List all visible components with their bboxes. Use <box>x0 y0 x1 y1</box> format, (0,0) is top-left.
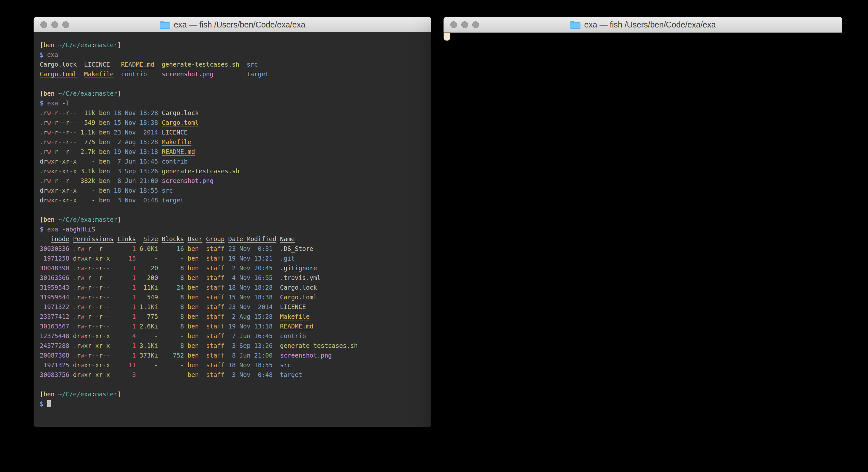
terminal-content[interactable]: [ben ~/C/e/exa:master]$ exa --long --gri… <box>443 32 450 41</box>
terminal-text: master <box>95 90 118 97</box>
terminal-text <box>69 255 73 262</box>
terminal-content[interactable]: [ben ~/C/e/exa:master]$ exaCargo.lock LI… <box>34 32 431 427</box>
permission-char: r <box>88 255 91 262</box>
terminal-line <box>40 205 431 215</box>
close-button[interactable] <box>40 21 47 28</box>
minimize-button[interactable] <box>51 21 58 28</box>
terminal-text: 15 Nov 18:38 <box>228 294 273 301</box>
terminal-text: $ <box>40 99 47 107</box>
permission-char: r <box>43 158 47 165</box>
terminal-text: ] <box>117 216 121 223</box>
permission-char: - <box>95 352 99 359</box>
terminal-text <box>158 245 161 252</box>
permission-char: - <box>91 361 95 368</box>
terminal-text <box>273 352 280 359</box>
terminal-text <box>158 197 161 204</box>
permission-char: - <box>73 119 76 126</box>
terminal-text: master <box>95 41 118 49</box>
permission-char: r <box>66 177 69 184</box>
permission-char: r <box>76 352 80 359</box>
permission-char: w <box>47 119 51 126</box>
terminal-text <box>158 129 161 136</box>
file-size-number: 382 <box>81 177 91 184</box>
terminal-line: 1971258 drwxr-xr-x 15 - - ben staff 19 N… <box>40 254 431 263</box>
terminal-text <box>136 294 140 301</box>
terminal-text <box>136 332 140 340</box>
terminal-text <box>276 235 280 242</box>
terminal-text <box>77 187 81 194</box>
permission-char: r <box>88 274 91 281</box>
permission-char: . <box>73 294 76 301</box>
permission-char: w <box>81 352 84 359</box>
terminal-text <box>273 303 280 311</box>
terminal-text: Cargo.toml <box>280 294 317 301</box>
permission-char: w <box>47 109 51 116</box>
terminal-text: 31959544 <box>40 294 69 301</box>
terminal-text <box>136 255 140 262</box>
terminal-text <box>77 109 81 116</box>
permission-char: r <box>99 274 102 281</box>
window-titlebar[interactable]: exa — fish /Users/ben/Code/exa/exa <box>443 17 842 33</box>
terminal-text <box>110 129 114 136</box>
terminal-text <box>77 129 81 136</box>
permission-char: w <box>81 255 84 262</box>
terminal-text: 1 <box>117 323 136 330</box>
terminal-text: 8 <box>162 274 184 281</box>
terminal-text: ] <box>117 90 121 97</box>
terminal-text: Blocks <box>162 235 184 242</box>
permission-char: - <box>103 255 106 262</box>
zoom-button[interactable] <box>472 21 479 28</box>
permission-char: - <box>69 109 73 116</box>
terminal-text <box>158 323 161 330</box>
terminal-line: .rw-r--r-- 2.7k ben 19 Nov 13:18 README.… <box>40 147 431 156</box>
permission-char: . <box>40 148 43 155</box>
permission-char: - <box>106 303 110 311</box>
terminal-text <box>110 284 118 291</box>
terminal-text <box>273 323 280 330</box>
permission-char: r <box>76 323 80 330</box>
terminal-text: 1 <box>117 274 136 281</box>
permission-char: - <box>95 245 99 252</box>
permission-char: - <box>69 129 73 136</box>
permission-char: - <box>51 129 54 136</box>
terminal-text <box>69 274 73 281</box>
terminal-text: ben <box>99 129 110 136</box>
terminal-text <box>224 323 228 330</box>
permission-char: - <box>103 313 106 320</box>
terminal-text <box>110 197 114 204</box>
terminal-text <box>136 352 140 359</box>
terminal-text: 7 Jun 16:45 <box>228 332 273 340</box>
terminal-text: contrib <box>162 158 188 165</box>
permission-char: - <box>103 294 106 301</box>
zoom-button[interactable] <box>62 21 69 28</box>
terminal-text <box>77 138 81 146</box>
file-size-number: 775 <box>140 313 158 320</box>
terminal-line: 24377288 .rwxr-xr-x 1 3.1Ki 8 ben staff … <box>40 341 431 350</box>
terminal-text <box>77 197 81 204</box>
terminal-text: $ <box>40 400 47 407</box>
permission-char: . <box>73 323 76 330</box>
terminal-text <box>199 361 206 368</box>
terminal-text <box>224 361 228 368</box>
terminal-text <box>110 303 118 311</box>
terminal-text: ] <box>117 41 121 49</box>
terminal-text: ~/C/e/exa <box>58 90 91 97</box>
permission-char: r <box>76 274 80 281</box>
terminal-window-dark: exa — fish /Users/ben/Code/exa/exa [ben … <box>34 17 431 427</box>
terminal-text: Makefile <box>162 138 192 146</box>
window-titlebar[interactable]: exa — fish /Users/ben/Code/exa/exa <box>34 17 431 33</box>
permission-char: r <box>43 129 47 136</box>
permission-char: - <box>84 352 88 359</box>
terminal-text: [ben <box>40 41 58 49</box>
minimize-button[interactable] <box>461 21 468 28</box>
terminal-text <box>273 274 280 281</box>
permission-char: d <box>40 197 43 204</box>
terminal-text <box>184 245 187 252</box>
permission-char: - <box>103 323 106 330</box>
terminal-line: 23377412 .rw-r--r-- 1 775 8 ben staff 2 … <box>40 312 431 321</box>
permission-char: r <box>66 129 69 136</box>
terminal-text <box>224 255 228 262</box>
terminal-text: 1971325 <box>40 361 69 368</box>
close-button[interactable] <box>450 21 457 28</box>
permission-char: - <box>106 313 110 320</box>
